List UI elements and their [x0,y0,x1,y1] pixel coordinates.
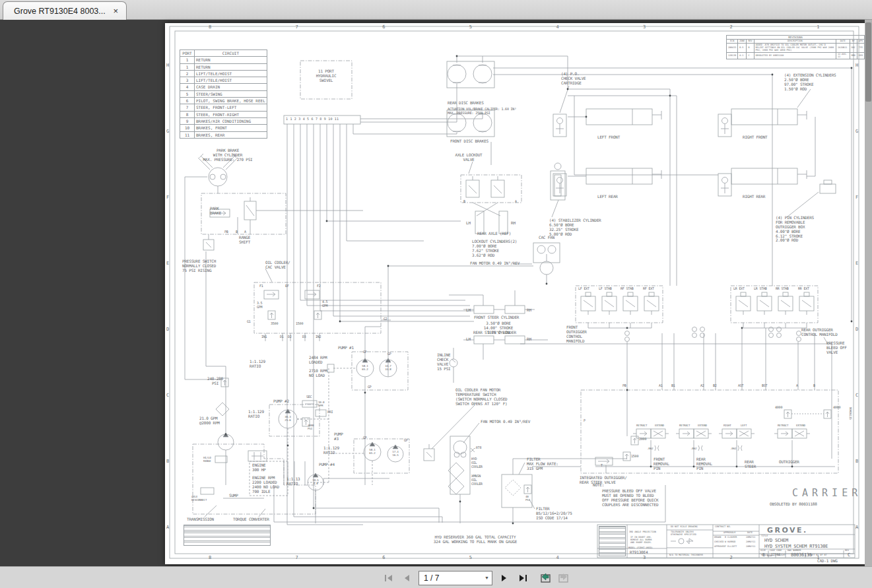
vertical-scrollbar[interactable] [865,20,872,566]
extend1: EXTEND [655,424,664,428]
tb-d3: 28MAY11 [746,546,755,548]
port-bst: BST [762,384,767,388]
rr-stab: RR STAB [776,287,789,291]
retract3: RETRACT [778,424,788,428]
prev-page-icon [403,573,411,583]
port-a1: A1 [659,384,663,388]
o062a: .062 [647,447,653,451]
d1: D1 [280,335,284,339]
page-indicator: 1 / 7 [424,573,439,583]
tb-checked-v: W HARROD [725,541,735,544]
gpm45: 4.5 GPM [322,300,327,308]
zone-row-label: G [855,129,858,134]
in2: IN2 [316,335,321,339]
first-page-button[interactable] [382,572,395,585]
zone-col-label: 5 [469,24,472,30]
back-view-icon [539,573,551,583]
page-number-combobox[interactable]: 1 / 7 ▼ [419,571,492,585]
back-view-button[interactable] [539,572,552,585]
zone-col-label: 8 [209,24,211,30]
fine-print-titleblock [599,526,626,556]
tb-drawn: DRAWN [714,537,721,539]
schematic-drawing: PORTCIRCUIT1RETURN1RETURN2LIFT/TELE/HOIS… [165,23,865,564]
zone-row-label: B [166,459,169,464]
front-pin: FRONT REMOVAL PIN [654,457,669,471]
gp1b: GP [387,352,391,356]
park-cyl-label: PARK BRAKE WITH CYLINDER MAX. PRESSURE: … [185,148,271,162]
port-b2: B2 [713,384,717,388]
p3v2: 17.4 16.5 [390,451,401,457]
d2: D2 [288,335,292,339]
zone-row-label: B [855,459,858,464]
tb-dns: DO NOT SCALE DRAWING [671,526,698,529]
port-t: T [601,464,603,468]
stab-cyl-label: (4) STABILIZER CYLINDER 6.50"Ø BORE 32.2… [549,218,601,237]
tb-title2: HYD SYSTEM SCHEM RT9130E [764,544,828,549]
prev-page-button[interactable] [400,572,413,585]
zone-col-label: 1 [817,24,819,30]
port-a: A [796,384,798,388]
p4v: 10.5 9.8 [310,479,321,486]
tb-approved-v: T ELLIOTT [725,546,737,548]
ratio-c: 1:1.129 RATIO [323,446,339,455]
forward-view-button[interactable] [557,572,570,585]
p1v1: 58.1 65.2 [360,365,370,372]
tab-grove-document[interactable]: Grove RT9130E4 8003... × [3,1,127,20]
pb2: PB [224,230,228,234]
f1: F1 [259,284,263,288]
grove-logo: GROVE. [767,527,808,535]
zone-row-label: A [855,525,858,530]
axle-lockout-label: AXLE LOCKOUT VALVE [442,153,495,162]
tb-weight-label: WEIGHT [778,554,786,557]
hilo: HI/LO RANGE [203,457,211,463]
filter-flow: FILTER MAX FLOW RATE: 315 GPM [527,457,558,471]
tb-doubt: IF IN DOUBT ASK. REMOVE ALL BURRS AND SH… [630,537,652,544]
psi240: 240-280 PSI [203,377,227,386]
tb-date: DATE [747,532,753,535]
lh-axle: LH [466,221,471,226]
next-page-icon [500,573,508,583]
front-disc-label: FRONT DISC BRAKES [450,139,488,144]
park-brake-label: PARK BRAKE [210,207,221,216]
tb-contract: CONTRACT NO. [715,526,731,529]
port-p: P [584,419,586,423]
chevron-down-icon: ▼ [485,575,489,580]
zone-col-label: 6 [382,555,385,560]
zone-col-label: 4 [556,555,558,560]
lh-r: LH [466,337,471,342]
last-page-button[interactable] [516,572,529,585]
axle-disc: AXLE DISCONNECT [191,496,207,502]
sump: SUMP [229,494,238,498]
pin-cyl-label: (4) PIN CYLINDERS FOR REMOVABLE OUTRIGGE… [776,216,814,243]
rf-stab: RF STAB [620,287,634,291]
tab-title: Grove RT9130E4 8003... [14,7,106,16]
pump3-label: PUMP #3 [334,432,343,441]
zone-col-label: 2 [730,24,733,30]
zone-col-label: 1 [817,555,819,560]
carrier-logo-text: CARRIER [792,488,861,499]
zone-row-label: C [855,393,858,398]
zone-col-label: 5 [469,555,472,560]
g1: G1 [247,320,251,324]
torque-conv-label: TORQUE CONVERTER [233,517,269,522]
port-b: B [813,384,815,388]
zone-row-label: G [166,129,169,134]
p3v1: 58.1 65.2 [367,449,378,455]
next-page-button[interactable] [498,572,511,585]
rear-disc-label: REAR DISC BRAKES [448,101,484,106]
extend2: EXTEND [698,424,707,428]
port-b1: B1 [671,384,675,388]
oil-cooler-valve-label: OIL COOLER/ CAC VALVE [265,261,290,270]
scrollbar-thumb[interactable] [865,22,871,102]
psi3000: 3000 PSI [308,424,314,431]
ratio-a: 1:1.129 RATIO [250,360,265,369]
zone-row-label: F [166,195,169,200]
actuation-note: ACTUATION VOL/BRAKE CALIPER: 1.60 IN³ MA… [448,108,516,115]
pri: PRI [327,410,333,414]
note-text: PRESSURE BLEED OFF VALVE MUST BE OPENED … [602,489,658,507]
tab-close-icon[interactable]: × [112,6,119,16]
viewer-canvas: PORTCIRCUIT1RETURN1RETURN2LIFT/TELE/HOIS… [0,20,872,566]
front-steer-label: FRONT STEER CYLINDER [474,315,519,320]
extend3: EXTEND [796,424,805,428]
fan-motor1: FAN MOTOR 0.49 IN³/REV [470,261,520,266]
